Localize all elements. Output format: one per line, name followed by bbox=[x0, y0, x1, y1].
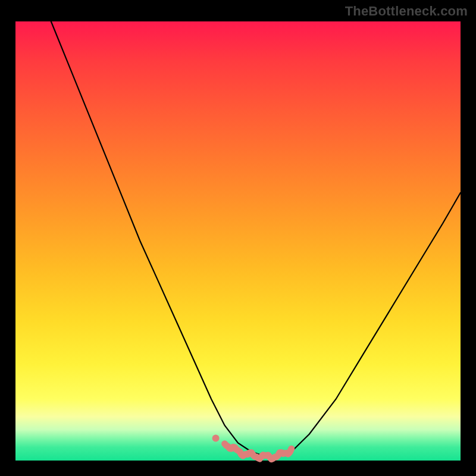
chart-frame: TheBottleneck.com bbox=[0, 0, 476, 476]
bottleneck-curve bbox=[51, 21, 461, 456]
watermark-label: TheBottleneck.com bbox=[345, 4, 468, 19]
curve-svg bbox=[15, 21, 461, 461]
plot-area bbox=[15, 21, 461, 461]
optimum-start-dot bbox=[212, 435, 220, 442]
optimum-range-marker bbox=[225, 444, 292, 459]
